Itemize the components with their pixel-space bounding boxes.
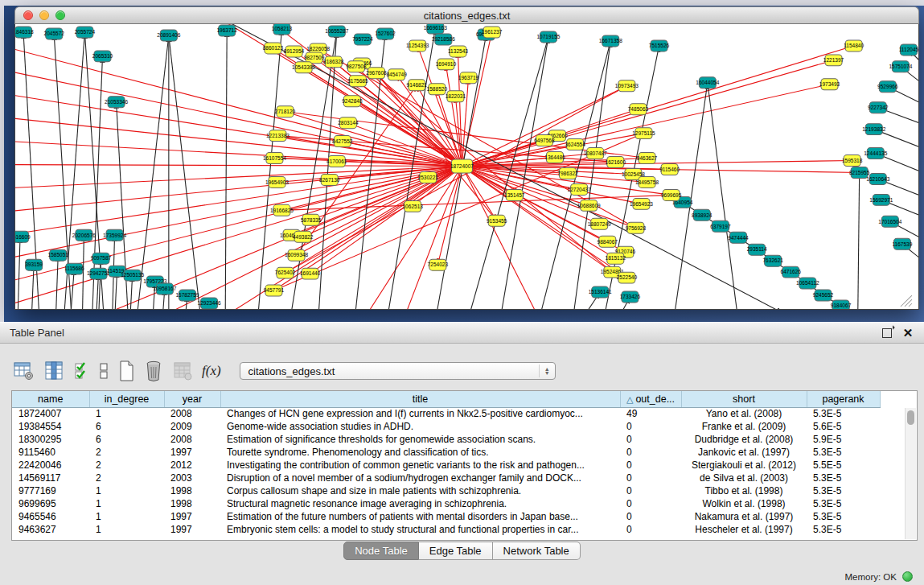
- graph-node[interactable]: 7957224: [352, 34, 373, 45]
- column-header-name[interactable]: name: [12, 391, 89, 407]
- graph-node[interactable]: 16696163: [424, 24, 447, 34]
- graph-edge[interactable]: [708, 83, 738, 309]
- tab-edge-table[interactable]: Edge Table: [419, 542, 493, 560]
- graph-node[interactable]: 2803144: [338, 117, 359, 129]
- graph-node[interactable]: 20891406: [157, 30, 180, 41]
- graph-node[interactable]: 16210643: [866, 173, 889, 184]
- column-header-title[interactable]: title: [220, 391, 620, 407]
- table-scrollbar-thumb[interactable]: [907, 410, 914, 425]
- graph-edge[interactable]: [376, 73, 497, 220]
- graph-edge[interactable]: [462, 46, 853, 167]
- graph-node[interactable]: 12720437: [568, 183, 591, 195]
- graph-node[interactable]: 19654903: [265, 176, 289, 187]
- graph-node[interactable]: 7485063: [628, 104, 649, 115]
- graph-node[interactable]: 8267130: [319, 174, 340, 185]
- graph-node[interactable]: 17359924: [103, 229, 126, 241]
- graph-node[interactable]: 1588520: [427, 84, 448, 95]
- tab-network-table[interactable]: Network Table: [493, 542, 581, 560]
- graph-node[interactable]: 10688609: [577, 200, 601, 211]
- column-header-year[interactable]: year: [164, 391, 220, 407]
- close-window-button[interactable]: [23, 10, 33, 20]
- row-height-button[interactable]: [99, 360, 109, 381]
- graph-node[interactable]: 2530221: [418, 171, 439, 183]
- graph-node[interactable]: 6379197: [710, 220, 731, 232]
- graph-node[interactable]: 2967608: [366, 68, 387, 79]
- graph-edge[interactable]: [31, 265, 34, 309]
- graph-node[interactable]: 16671358: [599, 35, 622, 47]
- graph-node[interactable]: 10719155: [536, 31, 560, 43]
- graph-node[interactable]: 8186328: [323, 56, 344, 68]
- graph-node[interactable]: 10543392: [292, 62, 315, 73]
- graph-node[interactable]: 12505135: [121, 270, 144, 281]
- table-row[interactable]: 2242004622012Investigating the contribut…: [12, 459, 880, 472]
- graph-node[interactable]: 19654923: [630, 198, 653, 209]
- graph-node[interactable]: 1058213: [272, 24, 293, 35]
- graph-node[interactable]: 1961237: [482, 27, 503, 38]
- graph-edge[interactable]: [15, 167, 462, 189]
- graph-node[interactable]: 16099348: [285, 249, 308, 261]
- graph-node[interactable]: 4493822: [293, 231, 314, 242]
- graph-node[interactable]: 17016504: [878, 216, 901, 227]
- graph-node[interactable]: 12213383: [266, 130, 290, 142]
- tab-node-table[interactable]: Node Table: [343, 542, 419, 560]
- graph-node[interactable]: 9474444: [728, 232, 749, 243]
- graph-node[interactable]: 1822031: [446, 91, 466, 102]
- graph-node[interactable]: 9184067: [831, 300, 852, 309]
- table-mode-button[interactable]: [13, 360, 35, 381]
- graph-node[interactable]: 5878335: [301, 214, 322, 225]
- delete-column-button[interactable]: [144, 360, 163, 382]
- graph-node[interactable]: 19218586: [432, 34, 455, 45]
- graph-node[interactable]: 9115460: [659, 164, 680, 175]
- graph-node[interactable]: 15692971: [869, 194, 893, 205]
- graph-node[interactable]: 1351457: [504, 189, 525, 200]
- graph-edge[interactable]: [98, 258, 101, 309]
- window-titlebar[interactable]: citations_edges.txt: [14, 6, 919, 24]
- graph-node[interactable]: 7515526: [649, 40, 670, 51]
- graph-edge[interactable]: [403, 167, 462, 309]
- graph-node[interactable]: 1595318: [842, 155, 863, 167]
- graph-node[interactable]: 1621600: [606, 157, 626, 168]
- graph-node[interactable]: 9153455: [487, 215, 507, 226]
- graph-node[interactable]: 12975115: [632, 128, 655, 139]
- create-column-button[interactable]: [117, 360, 135, 382]
- graph-node[interactable]: 9756928: [626, 222, 647, 233]
- graph-node[interactable]: 9457791: [264, 285, 285, 296]
- graph-node[interactable]: 15751074: [889, 61, 912, 72]
- graph-node[interactable]: 2065310: [92, 51, 113, 62]
- table-row[interactable]: 911546021997Tourette syndrome. Phenomeno…: [12, 446, 880, 459]
- graph-node[interactable]: 1132543: [448, 46, 468, 57]
- graph-node[interactable]: 9097587: [91, 253, 112, 264]
- graph-node[interactable]: 18495758: [635, 176, 659, 187]
- graph-node[interactable]: 21053346: [105, 97, 128, 108]
- graph-node[interactable]: 1112045: [899, 44, 918, 56]
- graph-node[interactable]: 11254393: [406, 40, 429, 51]
- graph-edge[interactable]: [137, 35, 169, 309]
- graph-edge[interactable]: [462, 60, 833, 167]
- graph-node[interactable]: 7254023: [428, 259, 449, 270]
- graph-node[interactable]: 3175685: [347, 76, 368, 87]
- table-row[interactable]: 1456911722003Disruption of a novel membe…: [12, 472, 880, 484]
- citation-network-graph[interactable]: 1846318204557220557242105334620891406196…: [15, 24, 918, 309]
- zoom-window-button[interactable]: [55, 10, 65, 20]
- table-row[interactable]: 1830029562008Estimation of significance …: [12, 433, 880, 446]
- graph-node[interactable]: 18724007: [450, 159, 474, 173]
- graph-node[interactable]: 16044054: [696, 77, 719, 89]
- graph-node[interactable]: 9463627: [637, 153, 658, 164]
- table-row[interactable]: 977716911998Corpus callosum shape and si…: [12, 484, 880, 497]
- graph-node[interactable]: 10973493: [615, 80, 639, 92]
- graph-node[interactable]: 1364486: [544, 152, 565, 163]
- graph-node[interactable]: 9245652: [813, 290, 834, 301]
- graph-node[interactable]: 1691440: [300, 268, 321, 279]
- graph-node[interactable]: 9146821: [407, 80, 428, 91]
- graph-node[interactable]: 16107554: [263, 153, 286, 164]
- graph-edge[interactable]: [55, 255, 58, 309]
- graph-node[interactable]: 8860123: [263, 43, 284, 54]
- table-row[interactable]: 1872400712008Changes of HCN gene express…: [12, 407, 880, 420]
- column-header-out_de[interactable]: △out_de...: [620, 391, 681, 407]
- table-row[interactable]: 1938455462009Genome-wide association stu…: [12, 420, 880, 433]
- graph-node[interactable]: 6471626: [781, 266, 802, 278]
- float-panel-button[interactable]: [881, 327, 893, 340]
- graph-node[interactable]: 10654112: [796, 278, 819, 289]
- graph-node[interactable]: 2935114: [747, 244, 767, 255]
- import-table-button-disabled[interactable]: [172, 360, 193, 381]
